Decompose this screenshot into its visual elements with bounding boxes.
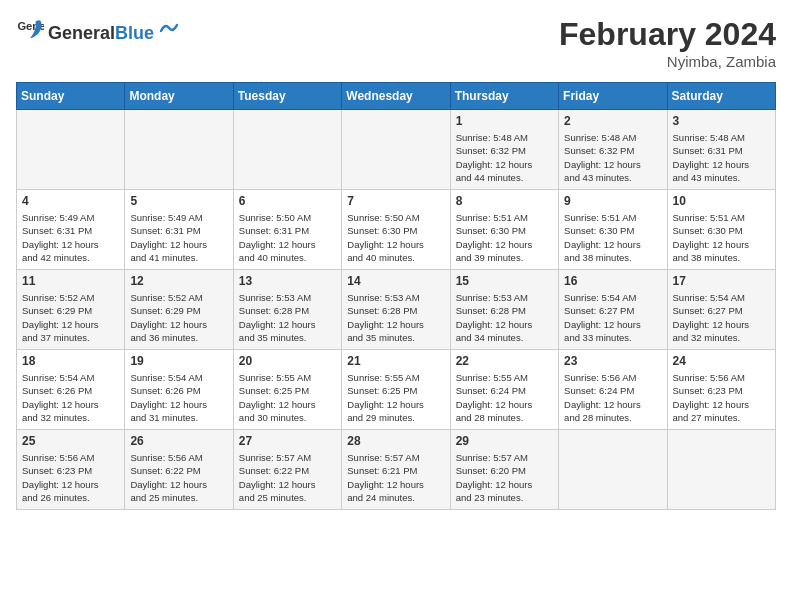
calendar-cell: 5Sunrise: 5:49 AM Sunset: 6:31 PM Daylig…	[125, 190, 233, 270]
day-number: 16	[564, 274, 661, 288]
week-row-2: 4Sunrise: 5:49 AM Sunset: 6:31 PM Daylig…	[17, 190, 776, 270]
calendar-cell: 24Sunrise: 5:56 AM Sunset: 6:23 PM Dayli…	[667, 350, 775, 430]
calendar-cell: 20Sunrise: 5:55 AM Sunset: 6:25 PM Dayli…	[233, 350, 341, 430]
day-info: Sunrise: 5:48 AM Sunset: 6:32 PM Dayligh…	[564, 131, 661, 184]
calendar-cell: 1Sunrise: 5:48 AM Sunset: 6:32 PM Daylig…	[450, 110, 558, 190]
day-info: Sunrise: 5:56 AM Sunset: 6:23 PM Dayligh…	[673, 371, 770, 424]
day-number: 12	[130, 274, 227, 288]
day-number: 1	[456, 114, 553, 128]
calendar-cell: 4Sunrise: 5:49 AM Sunset: 6:31 PM Daylig…	[17, 190, 125, 270]
title-area: February 2024 Nyimba, Zambia	[559, 16, 776, 70]
logo-icon: General	[16, 16, 44, 44]
header-cell-thursday: Thursday	[450, 83, 558, 110]
day-number: 4	[22, 194, 119, 208]
calendar-cell	[667, 430, 775, 510]
day-info: Sunrise: 5:49 AM Sunset: 6:31 PM Dayligh…	[22, 211, 119, 264]
day-number: 23	[564, 354, 661, 368]
day-number: 13	[239, 274, 336, 288]
calendar-cell	[559, 430, 667, 510]
month-year-title: February 2024	[559, 16, 776, 53]
day-number: 18	[22, 354, 119, 368]
day-number: 9	[564, 194, 661, 208]
calendar-cell: 28Sunrise: 5:57 AM Sunset: 6:21 PM Dayli…	[342, 430, 450, 510]
calendar-cell: 25Sunrise: 5:56 AM Sunset: 6:23 PM Dayli…	[17, 430, 125, 510]
calendar-cell	[125, 110, 233, 190]
calendar-cell	[17, 110, 125, 190]
day-info: Sunrise: 5:53 AM Sunset: 6:28 PM Dayligh…	[347, 291, 444, 344]
header-cell-saturday: Saturday	[667, 83, 775, 110]
day-number: 7	[347, 194, 444, 208]
day-number: 15	[456, 274, 553, 288]
page-header: General General Blue February 2024 Nyimb…	[16, 16, 776, 70]
calendar-table: SundayMondayTuesdayWednesdayThursdayFrid…	[16, 82, 776, 510]
calendar-cell: 13Sunrise: 5:53 AM Sunset: 6:28 PM Dayli…	[233, 270, 341, 350]
week-row-5: 25Sunrise: 5:56 AM Sunset: 6:23 PM Dayli…	[17, 430, 776, 510]
logo-wave-icon	[157, 17, 179, 39]
calendar-cell	[342, 110, 450, 190]
day-info: Sunrise: 5:55 AM Sunset: 6:24 PM Dayligh…	[456, 371, 553, 424]
day-number: 14	[347, 274, 444, 288]
week-row-3: 11Sunrise: 5:52 AM Sunset: 6:29 PM Dayli…	[17, 270, 776, 350]
calendar-cell: 29Sunrise: 5:57 AM Sunset: 6:20 PM Dayli…	[450, 430, 558, 510]
day-number: 10	[673, 194, 770, 208]
day-info: Sunrise: 5:50 AM Sunset: 6:31 PM Dayligh…	[239, 211, 336, 264]
calendar-cell: 27Sunrise: 5:57 AM Sunset: 6:22 PM Dayli…	[233, 430, 341, 510]
day-number: 22	[456, 354, 553, 368]
header-cell-sunday: Sunday	[17, 83, 125, 110]
day-info: Sunrise: 5:57 AM Sunset: 6:22 PM Dayligh…	[239, 451, 336, 504]
day-info: Sunrise: 5:56 AM Sunset: 6:22 PM Dayligh…	[130, 451, 227, 504]
header-cell-monday: Monday	[125, 83, 233, 110]
day-info: Sunrise: 5:57 AM Sunset: 6:21 PM Dayligh…	[347, 451, 444, 504]
calendar-cell: 12Sunrise: 5:52 AM Sunset: 6:29 PM Dayli…	[125, 270, 233, 350]
day-info: Sunrise: 5:48 AM Sunset: 6:31 PM Dayligh…	[673, 131, 770, 184]
day-number: 19	[130, 354, 227, 368]
day-number: 29	[456, 434, 553, 448]
day-info: Sunrise: 5:54 AM Sunset: 6:26 PM Dayligh…	[22, 371, 119, 424]
calendar-cell: 18Sunrise: 5:54 AM Sunset: 6:26 PM Dayli…	[17, 350, 125, 430]
day-info: Sunrise: 5:53 AM Sunset: 6:28 PM Dayligh…	[456, 291, 553, 344]
day-number: 28	[347, 434, 444, 448]
day-info: Sunrise: 5:53 AM Sunset: 6:28 PM Dayligh…	[239, 291, 336, 344]
calendar-cell: 11Sunrise: 5:52 AM Sunset: 6:29 PM Dayli…	[17, 270, 125, 350]
calendar-cell: 17Sunrise: 5:54 AM Sunset: 6:27 PM Dayli…	[667, 270, 775, 350]
calendar-cell: 23Sunrise: 5:56 AM Sunset: 6:24 PM Dayli…	[559, 350, 667, 430]
day-number: 3	[673, 114, 770, 128]
day-number: 26	[130, 434, 227, 448]
calendar-cell: 9Sunrise: 5:51 AM Sunset: 6:30 PM Daylig…	[559, 190, 667, 270]
day-info: Sunrise: 5:57 AM Sunset: 6:20 PM Dayligh…	[456, 451, 553, 504]
calendar-cell: 22Sunrise: 5:55 AM Sunset: 6:24 PM Dayli…	[450, 350, 558, 430]
calendar-cell: 26Sunrise: 5:56 AM Sunset: 6:22 PM Dayli…	[125, 430, 233, 510]
day-info: Sunrise: 5:51 AM Sunset: 6:30 PM Dayligh…	[456, 211, 553, 264]
day-number: 27	[239, 434, 336, 448]
day-info: Sunrise: 5:52 AM Sunset: 6:29 PM Dayligh…	[130, 291, 227, 344]
day-info: Sunrise: 5:55 AM Sunset: 6:25 PM Dayligh…	[239, 371, 336, 424]
day-number: 5	[130, 194, 227, 208]
day-info: Sunrise: 5:56 AM Sunset: 6:24 PM Dayligh…	[564, 371, 661, 424]
day-number: 21	[347, 354, 444, 368]
location-subtitle: Nyimba, Zambia	[559, 53, 776, 70]
calendar-cell: 7Sunrise: 5:50 AM Sunset: 6:30 PM Daylig…	[342, 190, 450, 270]
day-info: Sunrise: 5:55 AM Sunset: 6:25 PM Dayligh…	[347, 371, 444, 424]
calendar-cell: 2Sunrise: 5:48 AM Sunset: 6:32 PM Daylig…	[559, 110, 667, 190]
day-info: Sunrise: 5:52 AM Sunset: 6:29 PM Dayligh…	[22, 291, 119, 344]
day-number: 6	[239, 194, 336, 208]
day-number: 8	[456, 194, 553, 208]
logo-blue: Blue	[115, 23, 154, 44]
calendar-cell: 19Sunrise: 5:54 AM Sunset: 6:26 PM Dayli…	[125, 350, 233, 430]
day-info: Sunrise: 5:50 AM Sunset: 6:30 PM Dayligh…	[347, 211, 444, 264]
header-cell-tuesday: Tuesday	[233, 83, 341, 110]
day-number: 2	[564, 114, 661, 128]
calendar-cell	[233, 110, 341, 190]
calendar-cell: 3Sunrise: 5:48 AM Sunset: 6:31 PM Daylig…	[667, 110, 775, 190]
calendar-header: SundayMondayTuesdayWednesdayThursdayFrid…	[17, 83, 776, 110]
day-number: 20	[239, 354, 336, 368]
day-info: Sunrise: 5:54 AM Sunset: 6:27 PM Dayligh…	[673, 291, 770, 344]
day-info: Sunrise: 5:51 AM Sunset: 6:30 PM Dayligh…	[564, 211, 661, 264]
week-row-4: 18Sunrise: 5:54 AM Sunset: 6:26 PM Dayli…	[17, 350, 776, 430]
logo-general: General	[48, 23, 115, 44]
calendar-cell: 14Sunrise: 5:53 AM Sunset: 6:28 PM Dayli…	[342, 270, 450, 350]
calendar-cell: 15Sunrise: 5:53 AM Sunset: 6:28 PM Dayli…	[450, 270, 558, 350]
week-row-1: 1Sunrise: 5:48 AM Sunset: 6:32 PM Daylig…	[17, 110, 776, 190]
calendar-cell: 21Sunrise: 5:55 AM Sunset: 6:25 PM Dayli…	[342, 350, 450, 430]
day-number: 24	[673, 354, 770, 368]
